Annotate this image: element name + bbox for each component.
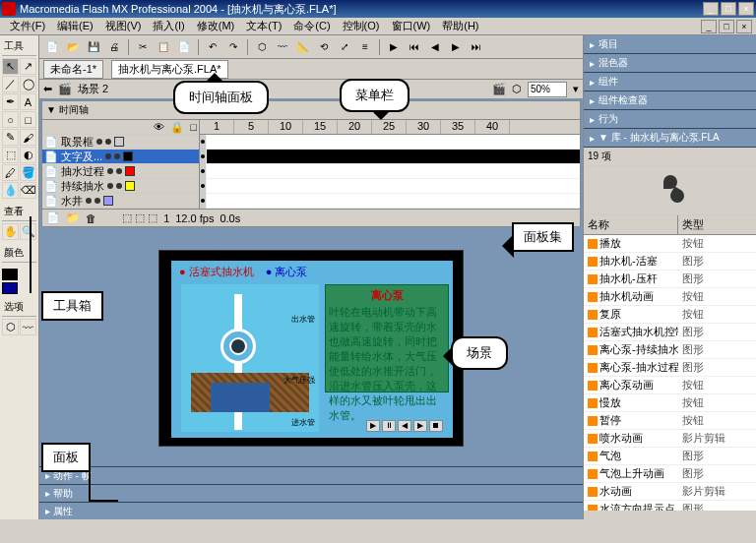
menu-control[interactable]: 控制(O) — [337, 19, 386, 33]
library-item[interactable]: 抽水机动画按钮 — [584, 288, 756, 306]
timeline-title[interactable]: ▼ 时间轴 — [42, 101, 580, 120]
menu-commands[interactable]: 命令(C) — [287, 19, 336, 33]
step-fwd-button[interactable]: ▶ — [447, 38, 465, 56]
library-list[interactable]: 播放按钮抽水机-活塞图形抽水机-压杆图形抽水机动画按钮复原按钮活塞式抽水机控制图… — [584, 235, 756, 511]
stage[interactable]: ● 活塞式抽水机 ● 离心泵 出水管 大气压强 进水管 离心泵 — [158, 250, 464, 447]
menu-modify[interactable]: 修改(M) — [191, 19, 241, 33]
text-tool[interactable]: A — [20, 93, 36, 110]
align-button[interactable]: ≡ — [356, 38, 374, 56]
menu-file[interactable]: 文件(F) — [4, 19, 51, 33]
scale-button[interactable]: ⤢ — [336, 38, 353, 56]
library-item[interactable]: 水流方向提示点图形 — [584, 501, 756, 511]
tab-untitled[interactable]: 未命名-1* — [43, 60, 103, 79]
print-button[interactable]: 🖨 — [105, 38, 123, 56]
library-item[interactable]: 离心泵-持续抽水图形 — [584, 341, 756, 359]
rotate-button[interactable]: ⟲ — [315, 38, 333, 56]
doc-minimize-button[interactable]: _ — [701, 20, 717, 33]
step-back-button[interactable]: ◀ — [426, 38, 444, 56]
save-button[interactable]: 💾 — [85, 38, 102, 56]
delete-layer-icon[interactable]: 🗑 — [86, 212, 96, 224]
eye-icon[interactable]: 👁 — [154, 121, 164, 133]
library-item[interactable]: 暂停按钮 — [584, 412, 756, 430]
zoom-tool[interactable]: 🔍 — [20, 223, 36, 240]
library-item[interactable]: 活塞式抽水机控制图形 — [584, 324, 756, 341]
edit-symbol-icon[interactable]: ⬡ — [512, 83, 522, 95]
panel-mixer[interactable]: 混色器 — [584, 54, 756, 73]
straighten-button[interactable]: 📐 — [294, 38, 312, 56]
library-item[interactable]: 喷水动画影片剪辑 — [584, 430, 756, 448]
library-item[interactable]: 抽水机-压杆图形 — [584, 271, 756, 288]
smooth-option[interactable]: 〰 — [20, 319, 36, 335]
library-item[interactable]: 气泡图形 — [584, 448, 756, 465]
layer-row[interactable]: 📄取景框 — [42, 135, 199, 150]
library-title[interactable]: ▼ 库 - 抽水机与离心泵.FLA — [584, 129, 756, 148]
hand-tool[interactable]: ✋ — [2, 223, 19, 240]
dropper-tool[interactable]: 💧 — [2, 182, 19, 199]
panel-components[interactable]: 组件 — [584, 73, 756, 91]
add-folder-icon[interactable]: 📁 — [66, 211, 80, 224]
ctrl-stop[interactable]: ⏹ — [429, 420, 443, 432]
library-item[interactable]: 复原按钮 — [584, 306, 756, 324]
library-item[interactable]: 播放按钮 — [584, 235, 756, 253]
play-button[interactable]: ▶ — [385, 38, 403, 56]
lock-icon[interactable]: 🔒 — [170, 121, 184, 134]
line-tool[interactable]: ／ — [2, 76, 19, 92]
panel-behaviors[interactable]: 行为 — [584, 110, 756, 129]
brush-tool[interactable]: 🖌 — [20, 129, 36, 146]
arrow-tool[interactable]: ↖ — [2, 58, 19, 75]
layer-row[interactable]: 📄抽水过程 — [42, 164, 199, 179]
ctrl-fwd[interactable]: ▶ — [413, 420, 427, 432]
menu-window[interactable]: 窗口(W) — [386, 19, 437, 33]
layer-row[interactable]: 📄文字及... — [42, 150, 199, 164]
new-button[interactable]: 📄 — [43, 38, 61, 56]
ctrl-back[interactable]: ◀ — [398, 420, 411, 432]
paste-button[interactable]: 📄 — [175, 38, 193, 56]
help-panel-bar[interactable]: ▸ 帮助 — [39, 484, 583, 502]
edit-scene-icon[interactable]: 🎬 — [492, 83, 506, 95]
close-button[interactable]: × — [738, 2, 754, 16]
col-name[interactable]: 名称 — [584, 215, 678, 234]
actions-panel-bar[interactable]: ▸ 动作 - 帧 — [39, 466, 583, 484]
outline-icon[interactable]: □ — [190, 121, 197, 133]
oval-tool[interactable]: ○ — [2, 111, 19, 128]
library-item[interactable]: 抽水机-活塞图形 — [584, 253, 756, 271]
layer-row[interactable]: 📄持续抽水 — [42, 179, 199, 194]
transform-tool[interactable]: ⬚ — [2, 147, 19, 163]
bucket-tool[interactable]: 🪣 — [20, 164, 36, 181]
rewind-button[interactable]: ⏮ — [406, 38, 423, 56]
ctrl-play[interactable]: ▶ — [366, 420, 380, 432]
library-item[interactable]: 水动画影片剪辑 — [584, 483, 756, 501]
minimize-button[interactable]: _ — [703, 2, 719, 16]
rect-tool[interactable]: □ — [20, 111, 36, 128]
scene-name[interactable]: 场景 2 — [78, 82, 108, 96]
menu-insert[interactable]: 插入(I) — [147, 19, 190, 33]
add-layer-icon[interactable]: 📄 — [46, 211, 60, 224]
smooth-button[interactable]: 〰 — [274, 38, 291, 56]
props-panel-bar[interactable]: ▸ 属性 — [39, 502, 583, 519]
panel-project[interactable]: 项目 — [584, 35, 756, 54]
menu-text[interactable]: 文本(T) — [240, 19, 287, 33]
zoom-input[interactable] — [528, 82, 567, 97]
library-item[interactable]: 离心泵动画按钮 — [584, 377, 756, 394]
panel-inspector[interactable]: 组件检查器 — [584, 91, 756, 110]
layer-row[interactable]: 📄水井 — [42, 194, 199, 209]
library-item[interactable]: 离心泵-抽水过程图形 — [584, 359, 756, 377]
open-button[interactable]: 📂 — [64, 38, 82, 56]
menu-help[interactable]: 帮助(H) — [436, 19, 484, 33]
doc-close-button[interactable]: × — [736, 20, 752, 33]
eraser-tool[interactable]: ⌫ — [20, 182, 36, 199]
frames-area[interactable]: 1510152025303540 — [200, 120, 580, 209]
ink-tool[interactable]: 🖊 — [2, 164, 19, 181]
redo-button[interactable]: ↷ — [224, 38, 242, 56]
copy-button[interactable]: 📋 — [155, 38, 172, 56]
fill-color[interactable] — [2, 282, 18, 294]
library-item[interactable]: 气泡上升动画图形 — [584, 465, 756, 483]
zoom-dropdown-icon[interactable]: ▾ — [573, 83, 579, 95]
stroke-color[interactable] — [2, 269, 18, 280]
snap-button[interactable]: ⬡ — [253, 38, 271, 56]
subselect-tool[interactable]: ↗ — [20, 58, 36, 75]
ctrl-pause[interactable]: ⏸ — [382, 420, 396, 432]
library-item[interactable]: 慢放按钮 — [584, 394, 756, 412]
pencil-tool[interactable]: ✎ — [2, 129, 19, 146]
fill-transform-tool[interactable]: ◐ — [20, 147, 36, 163]
